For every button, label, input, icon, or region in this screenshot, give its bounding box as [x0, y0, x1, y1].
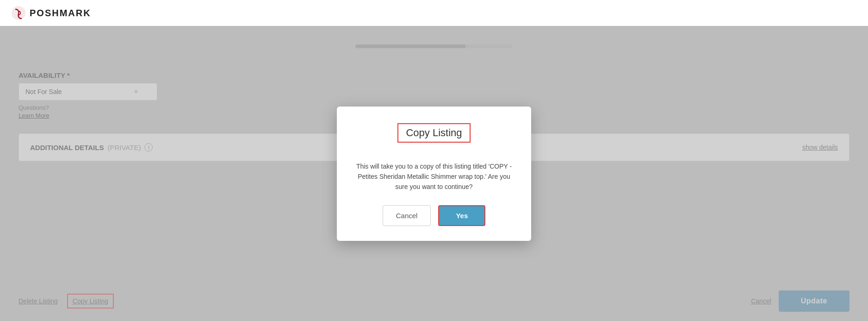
modal-title: Copy Listing [397, 123, 470, 142]
bg-content: AVAILABILITY * Not For Sale ✕ Questions?… [0, 26, 868, 321]
logo-text: POSHMARK [30, 8, 91, 19]
modal-dialog: Copy Listing This will take you to a cop… [337, 106, 531, 240]
modal-buttons: Cancel Yes [355, 205, 513, 226]
top-bar: POSHMARK [0, 0, 868, 26]
modal-body-text: This will take you to a copy of this lis… [355, 161, 513, 192]
logo-area: POSHMARK [11, 6, 91, 20]
modal-cancel-button[interactable]: Cancel [383, 205, 431, 226]
modal-yes-button[interactable]: Yes [438, 205, 485, 226]
modal-title-wrapper: Copy Listing [355, 123, 513, 151]
poshmark-logo-icon [11, 6, 26, 20]
